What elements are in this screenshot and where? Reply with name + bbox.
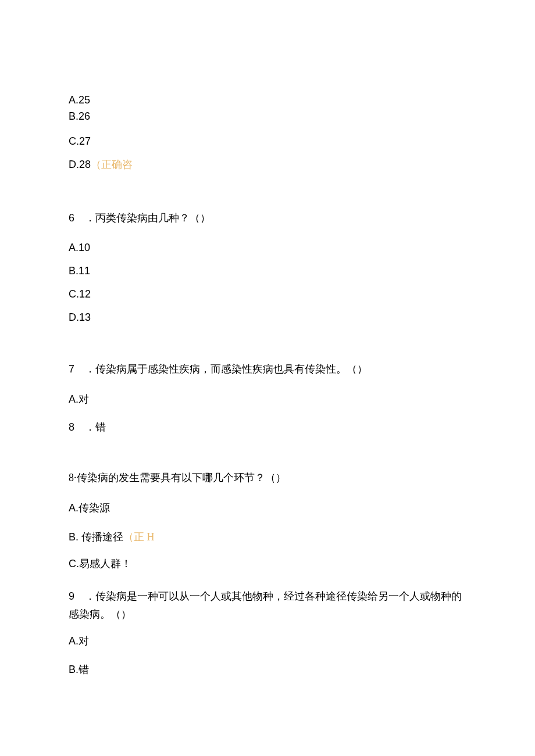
q8-option-a-text: 传染源: [79, 502, 110, 514]
q6-option-d: D.13: [69, 310, 466, 325]
q7-option-b: 8．错: [69, 420, 466, 435]
q8-option-c: C.易感人群！: [69, 557, 466, 571]
q9-number: 9: [69, 587, 85, 605]
q8-option-a: A.传染源: [69, 501, 466, 515]
q8-option-b-highlight: （正 H: [123, 531, 155, 543]
q6-option-b-text: B.11: [69, 265, 90, 277]
q6-option-c-text: C.12: [69, 288, 91, 300]
q9-option-a-latin: A.: [69, 635, 79, 647]
q8-option-b: B. 传播途径（正 H: [69, 530, 466, 544]
q5-option-b: B.26: [69, 109, 466, 124]
q6-option-d-text: D.13: [69, 311, 91, 323]
q7-number: 7: [69, 362, 85, 377]
q7-title-text: ．传染病属于感染性疾病，而感染性疾病也具有传染性。（）: [85, 363, 368, 375]
q9-option-b-latin: B.: [69, 664, 79, 675]
q5-option-d-highlight: （正确咨: [91, 159, 133, 170]
q6-option-c: C.12: [69, 287, 466, 302]
q5-option-c-text: C.27: [69, 135, 91, 147]
q8-option-a-latin: A.: [69, 502, 79, 514]
q5-option-a-text: A.25: [69, 94, 90, 106]
q6-option-b: B.11: [69, 264, 466, 278]
document-page: A.25 B.26 C.27 D.28（正确咨 6．丙类传染病由几种？（） A.…: [0, 0, 535, 678]
q6-number: 6: [69, 211, 85, 225]
q9-title-text: ．传染病是一种可以从一个人或其他物种，经过各种途径传染给另一个人或物种的感染病。…: [69, 590, 462, 620]
q7-option-b-text: ．错: [85, 421, 106, 433]
q6-option-a: A.10: [69, 241, 466, 255]
q6-title-text: ．丙类传染病由几种？（）: [85, 212, 211, 224]
q5-option-d-prefix: D.28: [69, 159, 91, 170]
q5-option-c: C.27: [69, 134, 466, 149]
q5-option-a: A.25: [69, 93, 466, 108]
q9-option-b-text: 错: [79, 664, 89, 675]
q5-option-b-text: B.26: [69, 110, 90, 122]
q7-option-a-text: 对: [79, 393, 89, 405]
q8-option-c-text: 易感人群！: [79, 558, 131, 569]
q7-option-b-num: 8: [69, 420, 85, 435]
q8-option-b-latin: B.: [69, 531, 81, 543]
q8-title-text: 8·传染病的发生需要具有以下哪几个环节？（）: [69, 472, 286, 483]
q6-title: 6．丙类传染病由几种？（）: [69, 211, 466, 225]
q7-option-a: A.对: [69, 392, 466, 407]
q6-option-a-text: A.10: [69, 242, 90, 253]
q8-option-c-latin: C.: [69, 558, 79, 569]
q8-title: 8·传染病的发生需要具有以下哪几个环节？（）: [69, 471, 466, 485]
q9-option-a-text: 对: [79, 635, 89, 647]
q8-option-b-text: 传播途径: [81, 531, 123, 543]
q9-title: 9．传染病是一种可以从一个人或其他物种，经过各种途径传染给另一个人或物种的感染病…: [69, 587, 466, 623]
q7-option-a-latin: A.: [69, 393, 79, 405]
q5-option-d: D.28（正确咨: [69, 157, 466, 172]
q9-option-a: A.对: [69, 634, 466, 648]
q7-title: 7．传染病属于感染性疾病，而感染性疾病也具有传染性。（）: [69, 362, 466, 377]
q9-option-b: B.错: [69, 662, 466, 677]
